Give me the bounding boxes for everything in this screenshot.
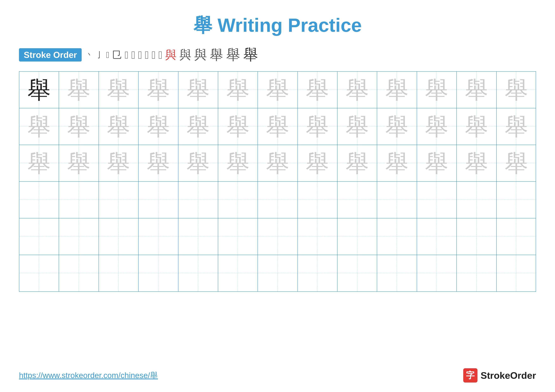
grid-cell-r2c7: 舉 xyxy=(258,108,298,145)
stroke-15: 舉 xyxy=(226,45,240,64)
grid-cell-r3c11: 舉 xyxy=(417,145,457,181)
grid-row-1: 舉 舉 舉 舉 舉 舉 舉 舉 舉 舉 舉 舉 xyxy=(19,72,536,108)
grid-cell-r4c3[interactable] xyxy=(99,182,139,218)
footer-url[interactable]: https://www.strokeorder.com/chinese/舉 xyxy=(19,370,158,381)
grid-cell-r1c11: 舉 xyxy=(417,72,457,108)
stroke-5: 𠀾 xyxy=(125,49,128,61)
grid-cell-r3c9: 舉 xyxy=(337,145,377,181)
stroke-order-section: Stroke Order 丶 亅 𠃊 㔾 𠀾 𠁀 𠁃 𠁇 𠁊 𠁍 與 與 與 舉… xyxy=(0,45,555,65)
grid-cell-r6c2[interactable] xyxy=(59,255,99,292)
grid-cell-r4c5[interactable] xyxy=(178,182,218,218)
grid-cell-r2c1: 舉 xyxy=(19,108,59,145)
grid-cell-r5c4[interactable] xyxy=(139,218,178,255)
grid-cell-r1c5: 舉 xyxy=(178,72,218,108)
grid-cell-r6c12[interactable] xyxy=(457,255,497,292)
grid-cell-r5c2[interactable] xyxy=(59,218,99,255)
stroke-4: 㔾 xyxy=(112,48,122,62)
grid-cell-r1c7: 舉 xyxy=(258,72,298,108)
stroke-6: 𠁀 xyxy=(131,49,135,61)
grid-cell-r5c7[interactable] xyxy=(258,218,298,255)
grid-cell-r6c7[interactable] xyxy=(258,255,298,292)
grid-cell-r2c13: 舉 xyxy=(497,108,536,145)
grid-cell-r1c12: 舉 xyxy=(457,72,497,108)
char-light: 舉 xyxy=(266,78,290,102)
char-light: 舉 xyxy=(425,78,449,102)
stroke-13: 與 xyxy=(194,46,207,64)
grid-cell-r1c3: 舉 xyxy=(99,72,139,108)
char-dark: 舉 xyxy=(27,78,51,102)
grid-cell-r5c3[interactable] xyxy=(99,218,139,255)
grid-cell-r5c1[interactable] xyxy=(19,218,59,255)
grid-cell-r1c6: 舉 xyxy=(218,72,258,108)
char-light: 舉 xyxy=(306,78,329,102)
grid-cell-r4c9[interactable] xyxy=(337,182,377,218)
grid-cell-r4c8[interactable] xyxy=(298,182,337,218)
grid-cell-r4c13[interactable] xyxy=(497,182,536,218)
grid-cell-r4c6[interactable] xyxy=(218,182,258,218)
char-light: 舉 xyxy=(226,78,250,102)
grid-cell-r5c5[interactable] xyxy=(178,218,218,255)
grid-cell-r4c7[interactable] xyxy=(258,182,298,218)
grid-cell-r5c11[interactable] xyxy=(417,218,457,255)
char-light: 舉 xyxy=(385,78,409,102)
grid-cell-r2c6: 舉 xyxy=(218,108,258,145)
grid-cell-r5c13[interactable] xyxy=(497,218,536,255)
stroke-8: 𠁇 xyxy=(145,49,149,61)
grid-cell-r4c4[interactable] xyxy=(139,182,178,218)
grid-row-6 xyxy=(19,255,536,292)
page-title: 舉 Writing Practice xyxy=(0,0,555,45)
grid-cell-r6c3[interactable] xyxy=(99,255,139,292)
char-light: 舉 xyxy=(504,78,528,102)
grid-row-5 xyxy=(19,218,536,255)
grid-cell-r4c2[interactable] xyxy=(59,182,99,218)
grid-cell-r6c9[interactable] xyxy=(337,255,377,292)
grid-cell-r3c1: 舉 xyxy=(19,145,59,181)
grid-cell-r6c8[interactable] xyxy=(298,255,337,292)
grid-cell-r6c4[interactable] xyxy=(139,255,178,292)
grid-cell-r6c11[interactable] xyxy=(417,255,457,292)
title-character: 舉 xyxy=(193,14,212,36)
grid-cell-r1c8: 舉 xyxy=(298,72,337,108)
grid-cell-r1c1: 舉 xyxy=(19,72,59,108)
grid-cell-r2c10: 舉 xyxy=(377,108,417,145)
grid-cell-r4c11[interactable] xyxy=(417,182,457,218)
grid-cell-r3c3: 舉 xyxy=(99,145,139,181)
stroke-14: 舉 xyxy=(210,46,223,64)
grid-cell-r5c6[interactable] xyxy=(218,218,258,255)
grid-row-2: 舉 舉 舉 舉 舉 舉 舉 舉 舉 舉 舉 舉 舉 xyxy=(19,108,536,145)
grid-cell-r5c9[interactable] xyxy=(337,218,377,255)
grid-cell-r1c2: 舉 xyxy=(59,72,99,108)
grid-cell-r2c4: 舉 xyxy=(139,108,178,145)
grid-cell-r6c13[interactable] xyxy=(497,255,536,292)
logo-char: 字 xyxy=(466,370,475,381)
footer: https://www.strokeorder.com/chinese/舉 字 … xyxy=(19,368,536,383)
grid-cell-r5c10[interactable] xyxy=(377,218,417,255)
grid-cell-r3c4: 舉 xyxy=(139,145,178,181)
grid-cell-r3c12: 舉 xyxy=(457,145,497,181)
stroke-10: 𠁍 xyxy=(158,49,162,61)
grid-cell-r3c6: 舉 xyxy=(218,145,258,181)
grid-cell-r4c10[interactable] xyxy=(377,182,417,218)
grid-row-4 xyxy=(19,182,536,218)
grid-row-3: 舉 舉 舉 舉 舉 舉 舉 舉 舉 舉 舉 舉 舉 xyxy=(19,145,536,182)
grid-cell-r2c8: 舉 xyxy=(298,108,337,145)
stroke-3: 𠃊 xyxy=(106,50,109,60)
grid-cell-r6c5[interactable] xyxy=(178,255,218,292)
grid-cell-r3c7: 舉 xyxy=(258,145,298,181)
stroke-order-badge: Stroke Order xyxy=(19,48,82,62)
grid-cell-r1c10: 舉 xyxy=(377,72,417,108)
stroke-9: 𠁊 xyxy=(152,49,156,61)
practice-grid: 舉 舉 舉 舉 舉 舉 舉 舉 舉 舉 舉 舉 xyxy=(19,71,536,292)
grid-cell-r1c13: 舉 xyxy=(497,72,536,108)
grid-cell-r6c10[interactable] xyxy=(377,255,417,292)
grid-cell-r4c12[interactable] xyxy=(457,182,497,218)
grid-cell-r5c12[interactable] xyxy=(457,218,497,255)
grid-cell-r6c6[interactable] xyxy=(218,255,258,292)
char-light: 舉 xyxy=(186,78,210,102)
grid-cell-r3c5: 舉 xyxy=(178,145,218,181)
grid-cell-r2c5: 舉 xyxy=(178,108,218,145)
stroke-sequence: 丶 亅 𠃊 㔾 𠀾 𠁀 𠁃 𠁇 𠁊 𠁍 與 與 與 舉 舉 舉 xyxy=(86,45,258,65)
grid-cell-r6c1[interactable] xyxy=(19,255,59,292)
grid-cell-r4c1[interactable] xyxy=(19,182,59,218)
grid-cell-r5c8[interactable] xyxy=(298,218,337,255)
